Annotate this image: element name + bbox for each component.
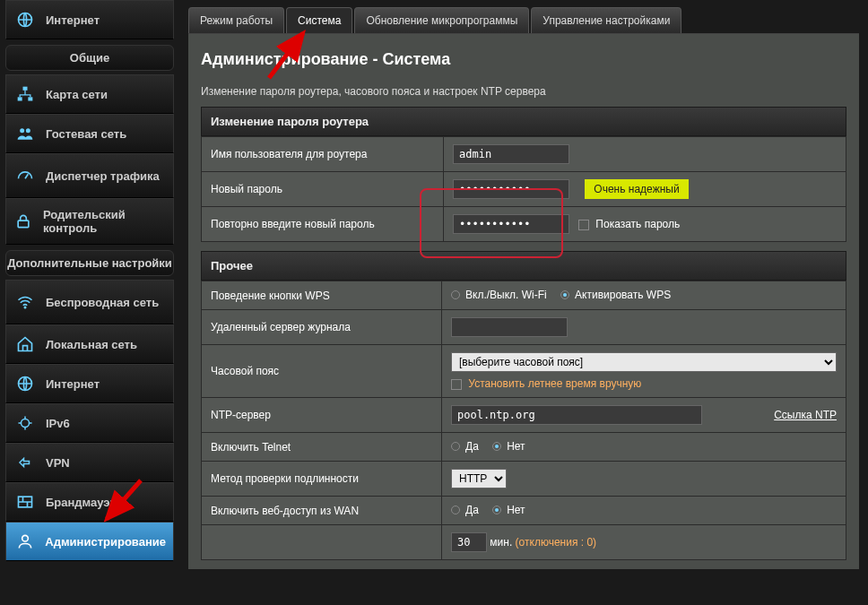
sidebar-item-traffic[interactable]: Диспетчер трафика bbox=[5, 153, 174, 198]
telnet-label: Включить Telnet bbox=[202, 433, 442, 462]
admin-icon bbox=[13, 532, 36, 551]
svg-rect-3 bbox=[28, 97, 32, 100]
remotelog-label: Удаленный сервер журнала bbox=[202, 310, 442, 345]
sidebar-item-internet[interactable]: Интернет bbox=[5, 364, 174, 403]
retype-label: Повторно введите новый пароль bbox=[202, 207, 444, 242]
sidebar-label: Диспетчер трафика bbox=[46, 169, 160, 183]
tab-system[interactable]: Система bbox=[286, 7, 352, 33]
telnet-no[interactable]: Нет bbox=[492, 440, 525, 453]
timeout-input[interactable] bbox=[451, 532, 487, 552]
svg-rect-6 bbox=[19, 220, 30, 228]
page-title: Администрирование - Система bbox=[201, 50, 846, 69]
username-input[interactable] bbox=[453, 144, 569, 164]
newpass-input[interactable] bbox=[453, 179, 569, 199]
sidebar-item-internet-top[interactable]: Интернет bbox=[5, 0, 174, 39]
sidebar-label: Беспроводная сеть bbox=[46, 296, 159, 309]
sidebar-group-advanced: Дополнительные настройки bbox=[5, 250, 174, 276]
remotelog-input[interactable] bbox=[451, 317, 568, 337]
sidebar-label: Интернет bbox=[46, 13, 100, 27]
sidebar-item-admin[interactable]: Администрирование bbox=[5, 522, 174, 561]
home-icon bbox=[13, 334, 37, 354]
sitemap-icon bbox=[13, 84, 37, 104]
sidebar-item-firewall[interactable]: Брандмауэр bbox=[5, 482, 174, 522]
tab-settings-mgmt[interactable]: Управление настройками bbox=[531, 7, 681, 33]
sidebar-item-parental[interactable]: Родительский контроль bbox=[5, 198, 174, 245]
wan-label: Включить веб-доступ из WAN bbox=[202, 497, 442, 525]
newpass-label: Новый пароль bbox=[202, 172, 444, 207]
wps-radio-toggle[interactable]: Вкл./Выкл. Wi-Fi bbox=[451, 289, 547, 301]
section-password: Изменение пароля роутера bbox=[201, 107, 846, 136]
timeout-label bbox=[202, 525, 442, 560]
sidebar-label: Карта сети bbox=[46, 88, 108, 101]
svg-rect-2 bbox=[18, 97, 22, 100]
sidebar-item-guest[interactable]: Гостевая сеть bbox=[5, 114, 174, 153]
lock-icon bbox=[13, 212, 34, 231]
timeout-info: (отключения : 0) bbox=[516, 536, 596, 549]
sidebar-label: Администрирование bbox=[45, 535, 166, 549]
sidebar-label: Родительский контроль bbox=[43, 208, 166, 235]
telnet-yes[interactable]: Да bbox=[451, 440, 479, 453]
tz-select[interactable]: [выберите часовой пояс] bbox=[451, 352, 837, 372]
auth-select[interactable]: HTTP bbox=[451, 469, 507, 488]
vpn-icon bbox=[13, 453, 37, 472]
timeout-unit: мин. bbox=[490, 536, 512, 549]
tab-mode[interactable]: Режим работы bbox=[188, 7, 284, 33]
svg-point-7 bbox=[24, 307, 26, 308]
svg-point-4 bbox=[20, 128, 24, 133]
sidebar-item-vpn[interactable]: VPN bbox=[5, 443, 174, 482]
retype-input[interactable] bbox=[453, 214, 569, 234]
ntp-label: NTP-сервер bbox=[202, 398, 442, 433]
wps-radio-activate[interactable]: Активировать WPS bbox=[560, 289, 671, 301]
sidebar-item-netmap[interactable]: Карта сети bbox=[5, 74, 174, 114]
ipv6-icon bbox=[13, 413, 37, 433]
wan-yes[interactable]: Да bbox=[451, 504, 479, 516]
globe-icon bbox=[13, 10, 37, 30]
tabs: Режим работы Система Обновление микропро… bbox=[188, 7, 859, 34]
wifi-icon bbox=[13, 292, 37, 312]
auth-label: Метод проверки подлинности bbox=[202, 462, 442, 497]
section-other: Прочее bbox=[201, 251, 846, 281]
sidebar-label: Локальная сеть bbox=[46, 338, 137, 351]
password-strength-badge: Очень надежный bbox=[585, 179, 688, 199]
svg-point-11 bbox=[22, 535, 28, 541]
sidebar-label: Интернет bbox=[46, 377, 100, 391]
svg-point-5 bbox=[26, 128, 30, 133]
sidebar-group-general: Общие bbox=[5, 45, 174, 71]
svg-point-9 bbox=[22, 419, 30, 428]
tab-firmware[interactable]: Обновление микропрограммы bbox=[354, 7, 529, 33]
page-desc: Изменение пароля роутера, часового пояса… bbox=[201, 85, 846, 98]
svg-rect-1 bbox=[23, 87, 28, 91]
sidebar-label: VPN bbox=[46, 456, 70, 470]
sidebar-label: Брандмауэр bbox=[46, 496, 117, 509]
dst-checkbox[interactable] bbox=[451, 379, 462, 390]
firewall-icon bbox=[13, 492, 37, 512]
ntp-input[interactable] bbox=[451, 405, 702, 425]
sidebar-item-lan[interactable]: Локальная сеть bbox=[5, 324, 174, 364]
wps-label: Поведение кнопки WPS bbox=[202, 281, 442, 310]
users-icon bbox=[13, 124, 37, 143]
gauge-icon bbox=[13, 166, 37, 186]
sidebar-label: Гостевая сеть bbox=[46, 127, 126, 141]
showpass-label: Показать пароль bbox=[595, 218, 680, 230]
username-label: Имя пользователя для роутера bbox=[202, 137, 444, 172]
sidebar-item-ipv6[interactable]: IPv6 bbox=[5, 403, 174, 443]
sidebar-label: IPv6 bbox=[46, 417, 70, 430]
ntp-link[interactable]: Ссылка NTP bbox=[774, 409, 837, 421]
wan-no[interactable]: Нет bbox=[492, 504, 525, 516]
showpass-checkbox[interactable] bbox=[578, 220, 589, 230]
sidebar-item-wireless[interactable]: Беспроводная сеть bbox=[5, 280, 174, 324]
globe-icon bbox=[13, 374, 37, 393]
tz-label: Часовой пояс bbox=[202, 345, 442, 398]
dst-label: Установить летнее время вручную bbox=[468, 377, 641, 390]
